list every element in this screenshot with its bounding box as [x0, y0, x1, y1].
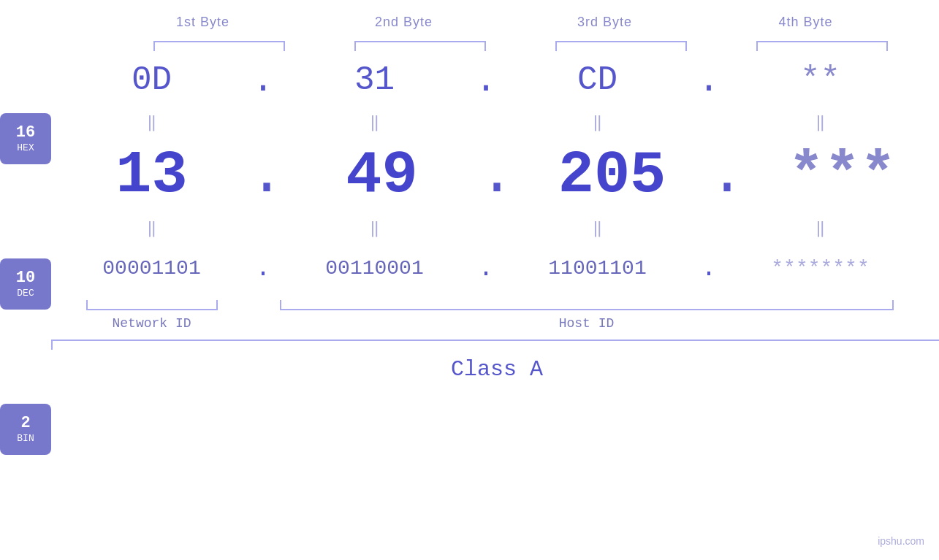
bottom-brackets-row [51, 300, 939, 310]
bot-bracket-host-container [274, 300, 899, 310]
bin-val-3: 11001101 [497, 257, 698, 280]
badge-column: 16 HEX 10 DEC 2 BIN [0, 51, 51, 560]
byte3-header: 3rd Byte [504, 15, 705, 30]
dec-val-4: *** [742, 142, 939, 210]
bot-gap-1 [252, 300, 274, 310]
tbracket-3 [521, 41, 722, 51]
content-area: 16 HEX 10 DEC 2 BIN 0D . 31 [0, 51, 939, 560]
sep-bin-1: . [252, 254, 274, 283]
eq1-2: ‖ [274, 112, 475, 132]
bin-val-1: 00001101 [51, 257, 252, 280]
class-label: Class A [51, 357, 939, 382]
sep-dec-3: . [712, 142, 742, 209]
dec-row: 13 . 49 . 205 . *** [51, 135, 939, 215]
sep-bin-3: . [698, 254, 720, 283]
tbracket-inner-2 [354, 41, 486, 51]
tbracket-inner-4 [756, 41, 888, 51]
hex-badge: 16 HEX [0, 113, 51, 164]
class-bracket [51, 340, 939, 350]
byte1-header: 1st Byte [102, 15, 303, 30]
sep-dec-1: . [252, 142, 281, 209]
sep-dec-2: . [482, 142, 512, 209]
host-id-label: Host ID [274, 316, 899, 331]
bin-base-number: 2 [20, 414, 30, 433]
eq1-4: ‖ [720, 112, 921, 132]
id-gap-1 [252, 316, 274, 331]
class-bracket-container [51, 340, 939, 350]
header-row: 1st Byte 2nd Byte 3rd Byte 4th Byte [0, 0, 939, 30]
hex-base-number: 16 [16, 123, 35, 142]
sep-hex-1: . [252, 60, 274, 101]
dec-val-2: 49 [281, 142, 482, 210]
bot-bracket-network-container [51, 300, 252, 310]
tbracket-inner-1 [153, 41, 285, 51]
bin-val-2: 00110001 [274, 257, 475, 280]
grid-area: 0D . 31 . CD . ** ‖ ‖ [51, 51, 939, 560]
network-id-label: Network ID [51, 316, 252, 331]
eq2-2: ‖ [274, 218, 475, 238]
bin-val-4: ******** [720, 257, 921, 280]
byte4-header: 4th Byte [705, 15, 906, 30]
hex-val-4: ** [720, 61, 921, 99]
dec-base-number: 10 [16, 269, 35, 288]
eq2-3: ‖ [497, 218, 698, 238]
equals-row-1: ‖ ‖ ‖ ‖ [51, 110, 939, 135]
hex-val-3: CD [497, 61, 698, 99]
bot-bracket-host [280, 300, 894, 310]
sep-bin-2: . [475, 254, 497, 283]
hex-base-label: HEX [17, 142, 34, 153]
tbracket-inner-3 [555, 41, 687, 51]
bin-base-label: BIN [17, 433, 34, 444]
tbracket-1 [119, 41, 320, 51]
byte2-header: 2nd Byte [303, 15, 504, 30]
dec-base-label: DEC [17, 288, 34, 299]
eq1-3: ‖ [497, 112, 698, 132]
id-labels-row: Network ID Host ID [51, 316, 939, 331]
bin-badge: 2 BIN [0, 404, 51, 455]
main-container: 1st Byte 2nd Byte 3rd Byte 4th Byte 16 H… [0, 0, 939, 560]
dec-val-3: 205 [512, 142, 712, 210]
dec-badge: 10 DEC [0, 258, 51, 310]
watermark: ipshu.com [878, 535, 924, 547]
eq1-1: ‖ [51, 112, 252, 132]
eq2-1: ‖ [51, 218, 252, 238]
dec-val-1: 13 [51, 142, 252, 210]
sep-hex-3: . [698, 60, 720, 101]
bin-row: 00001101 . 00110001 . 11001101 . *******… [51, 241, 939, 296]
hex-val-1: 0D [51, 61, 252, 99]
tbracket-2 [320, 41, 521, 51]
hex-row: 0D . 31 . CD . ** [51, 51, 939, 110]
tbracket-4 [722, 41, 923, 51]
hex-val-2: 31 [274, 61, 475, 99]
top-brackets [17, 41, 923, 51]
eq2-4: ‖ [720, 218, 921, 238]
equals-row-2: ‖ ‖ ‖ ‖ [51, 215, 939, 241]
sep-hex-2: . [475, 60, 497, 101]
bot-bracket-network [86, 300, 218, 310]
